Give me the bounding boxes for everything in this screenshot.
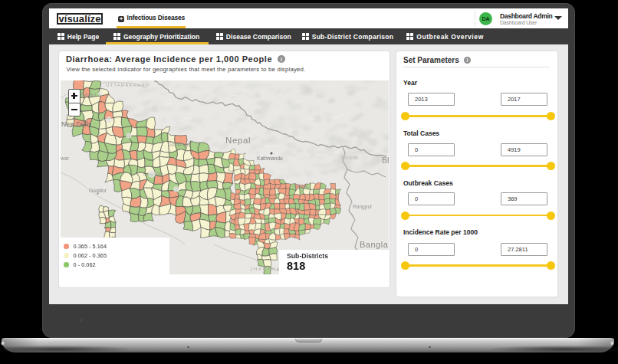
svg-text:Bh: Bh [382,156,389,165]
svg-text:Kathmandu: Kathmandu [257,156,283,161]
svg-text:SIKKIM: SIKKIM [340,156,359,160]
svg-text:UTTARAKHAND: UTTARAKHAND [106,83,150,87]
svg-text:New Delhi: New Delhi [61,120,91,128]
svg-text:Gwalior: Gwalior [89,188,107,193]
svg-text:Rampur: Rampur [79,92,97,98]
svg-text:war: war [61,156,70,161]
svg-text:Nepal: Nepal [225,136,251,145]
svg-text:Bangla: Bangla [360,240,389,249]
svg-text:Patna: Patna [294,184,307,189]
svg-text:Gorakhpur: Gorakhpur [168,142,192,148]
svg-text:Rangpur: Rangpur [353,204,373,210]
